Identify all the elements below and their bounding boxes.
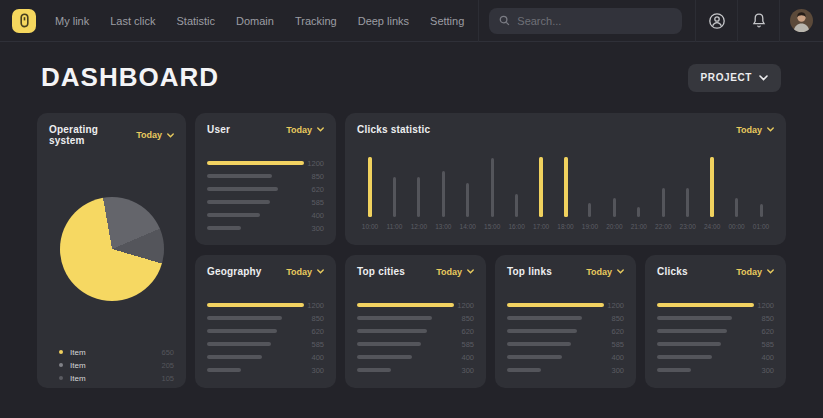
vbar: [613, 198, 616, 217]
vbar: [393, 177, 396, 217]
vbar-column: [554, 155, 578, 217]
bar-track: [507, 368, 604, 372]
period-label: Today: [586, 267, 612, 277]
bar-value: 585: [454, 340, 474, 349]
bar-row: 850: [207, 174, 324, 178]
bar-value: 620: [304, 327, 324, 336]
bar: [657, 316, 732, 320]
chevron-down-icon: [167, 133, 174, 138]
page-title: DASHBOARD: [41, 62, 219, 93]
bar-row: 585: [207, 342, 324, 346]
legend-item: Item105: [49, 374, 174, 382]
bar-row: 400: [507, 355, 624, 359]
card-header: Clicks Today: [657, 266, 774, 277]
bar-value: 1200: [304, 159, 324, 168]
bar-value: 400: [604, 353, 624, 362]
bar-value: 1200: [604, 301, 624, 310]
period-label: Today: [436, 267, 462, 277]
vbar: [491, 158, 494, 217]
bar-track: [657, 303, 754, 307]
time-label: 20:00: [602, 223, 626, 230]
bar-value: 300: [454, 366, 474, 375]
search-input[interactable]: [517, 15, 672, 27]
card-operating-system: Operating system Today Item650Item205Ite…: [37, 113, 186, 388]
bar-track: [507, 329, 604, 333]
period-dropdown[interactable]: Today: [736, 267, 774, 277]
time-label: 21:00: [627, 223, 651, 230]
bar-row: 585: [507, 342, 624, 346]
bar-value: 850: [454, 314, 474, 323]
notifications-button[interactable]: [738, 0, 779, 42]
bar-track: [657, 329, 754, 333]
nav-item-tracking[interactable]: Tracking: [295, 15, 337, 27]
bar-row: 585: [657, 342, 774, 346]
vbar-column: [627, 155, 651, 217]
vbar: [686, 188, 689, 217]
app-logo[interactable]: [12, 9, 36, 33]
time-label: 19:00: [578, 223, 602, 230]
nav-item-setting[interactable]: Setting: [430, 15, 464, 27]
search-box[interactable]: [489, 8, 682, 34]
bar: [207, 226, 241, 230]
vbar: [442, 171, 445, 217]
bar: [357, 368, 391, 372]
bar: [507, 316, 582, 320]
bar-track: [507, 316, 604, 320]
nav-item-deep-links[interactable]: Deep links: [358, 15, 409, 27]
nav-item-my-link[interactable]: My link: [55, 15, 89, 27]
bar-row: 620: [357, 329, 474, 333]
bar: [657, 303, 754, 307]
chevron-down-icon: [767, 127, 774, 132]
bar: [207, 200, 270, 204]
search-area: [479, 8, 695, 34]
bar: [207, 316, 282, 320]
pie-chart: [60, 197, 164, 301]
card-user: User Today 1200850620585400300: [195, 113, 336, 245]
vbar-chart: [357, 155, 774, 217]
period-dropdown[interactable]: Today: [586, 267, 624, 277]
legend-value: 205: [161, 361, 174, 370]
bar-row: 300: [207, 368, 324, 372]
vbar: [539, 157, 543, 217]
vbar: [637, 207, 640, 217]
bar-track: [657, 355, 754, 359]
bar: [357, 355, 412, 359]
bar-row: 400: [657, 355, 774, 359]
vbar: [588, 203, 591, 217]
project-dropdown-button[interactable]: PROJECT: [688, 64, 781, 92]
bar-row: 1200: [357, 303, 474, 307]
bar-row: 300: [657, 368, 774, 372]
vbar: [735, 198, 738, 217]
bar-value: 850: [604, 314, 624, 323]
period-dropdown[interactable]: Today: [286, 267, 324, 277]
bar-track: [207, 161, 304, 165]
period-dropdown[interactable]: Today: [286, 125, 324, 135]
vbar-column: [749, 155, 773, 217]
bar: [657, 329, 727, 333]
period-dropdown[interactable]: Today: [436, 267, 474, 277]
bar-row: 850: [507, 316, 624, 320]
pie-legend: Item650Item205Item105: [49, 348, 174, 382]
bar: [207, 342, 271, 346]
legend-item: Item205: [49, 361, 174, 369]
user-account-button[interactable]: [696, 0, 737, 42]
bar-row: 850: [357, 316, 474, 320]
nav-item-statistic[interactable]: Statistic: [176, 15, 215, 27]
bar: [207, 187, 278, 191]
bar-value: 400: [754, 353, 774, 362]
bar-track: [207, 303, 304, 307]
period-dropdown[interactable]: Today: [736, 125, 774, 135]
period-dropdown[interactable]: Today: [136, 130, 174, 140]
legend-dot: [59, 376, 63, 380]
nav-item-last-click[interactable]: Last click: [110, 15, 155, 27]
profile-avatar-button[interactable]: [780, 0, 823, 42]
nav-item-domain[interactable]: Domain: [236, 15, 274, 27]
hbar-chart: 1200850620585400300: [507, 303, 624, 372]
bar: [207, 355, 262, 359]
bar: [357, 316, 432, 320]
vbar-column: [700, 155, 724, 217]
vbar-column: [505, 155, 529, 217]
vbar-axis-labels: 10:0011:0012:0013:0014:0015:0016:0017:00…: [357, 223, 774, 230]
card-top-links: Top links Today 1200850620585400300: [495, 255, 636, 388]
card-title: Geography: [207, 266, 262, 277]
